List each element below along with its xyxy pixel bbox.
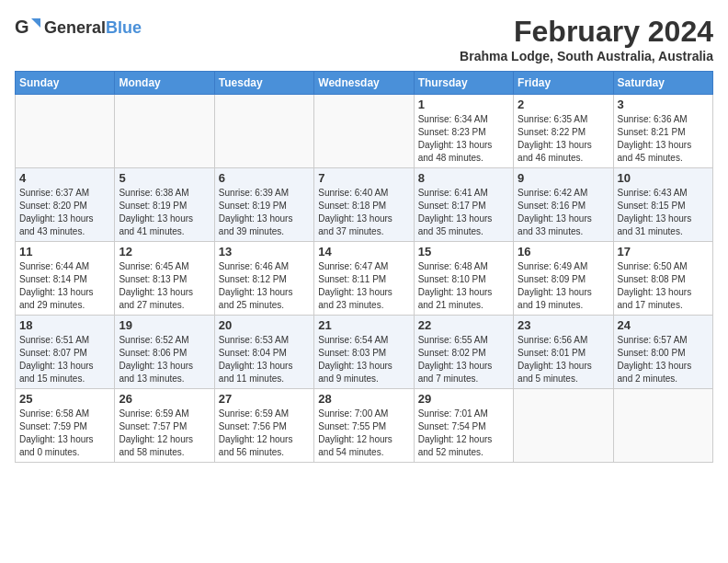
calendar-cell: 6Sunrise: 6:39 AMSunset: 8:19 PMDaylight… [214, 168, 313, 242]
cell-day-number: 22 [418, 318, 509, 332]
cell-info: Sunrise: 6:52 AMSunset: 8:06 PMDaylight:… [119, 334, 210, 385]
cell-day-number: 18 [19, 318, 110, 332]
calendar-week-row: 25Sunrise: 6:58 AMSunset: 7:59 PMDayligh… [16, 389, 713, 463]
cell-info: Sunrise: 6:42 AMSunset: 8:16 PMDaylight:… [518, 187, 609, 238]
calendar-cell: 11Sunrise: 6:44 AMSunset: 8:14 PMDayligh… [16, 242, 115, 316]
cell-day-number: 7 [318, 171, 409, 185]
calendar-cell: 2Sunrise: 6:35 AMSunset: 8:22 PMDaylight… [514, 95, 613, 168]
weekday-header-wednesday: Wednesday [314, 72, 414, 95]
cell-day-number: 15 [418, 245, 509, 259]
cell-info: Sunrise: 6:43 AMSunset: 8:15 PMDaylight:… [618, 187, 709, 238]
cell-info: Sunrise: 6:59 AMSunset: 7:56 PMDaylight:… [219, 408, 310, 459]
logo: G GeneralBlue [15, 15, 142, 40]
cell-day-number: 6 [219, 171, 310, 185]
cell-info: Sunrise: 6:50 AMSunset: 8:08 PMDaylight:… [618, 260, 709, 312]
calendar-cell [16, 95, 115, 168]
calendar-cell [514, 389, 613, 463]
cell-info: Sunrise: 6:40 AMSunset: 8:18 PMDaylight:… [318, 187, 409, 238]
calendar-cell: 3Sunrise: 6:36 AMSunset: 8:21 PMDaylight… [613, 95, 712, 168]
cell-info: Sunrise: 6:46 AMSunset: 8:12 PMDaylight:… [219, 260, 310, 312]
cell-info: Sunrise: 6:39 AMSunset: 8:19 PMDaylight:… [219, 187, 310, 238]
cell-info: Sunrise: 6:45 AMSunset: 8:13 PMDaylight:… [119, 260, 210, 312]
calendar-cell: 4Sunrise: 6:37 AMSunset: 8:20 PMDaylight… [16, 168, 115, 242]
cell-info: Sunrise: 6:56 AMSunset: 8:01 PMDaylight:… [518, 334, 609, 385]
calendar-cell: 9Sunrise: 6:42 AMSunset: 8:16 PMDaylight… [514, 168, 613, 242]
weekday-header-row: SundayMondayTuesdayWednesdayThursdayFrid… [16, 72, 713, 95]
cell-info: Sunrise: 6:53 AMSunset: 8:04 PMDaylight:… [219, 334, 310, 385]
cell-info: Sunrise: 7:01 AMSunset: 7:54 PMDaylight:… [418, 408, 509, 459]
cell-day-number: 24 [618, 318, 709, 332]
calendar-cell [314, 95, 414, 168]
calendar-cell: 14Sunrise: 6:47 AMSunset: 8:11 PMDayligh… [314, 242, 414, 316]
cell-day-number: 29 [418, 392, 509, 406]
cell-info: Sunrise: 6:37 AMSunset: 8:20 PMDaylight:… [19, 187, 110, 238]
calendar-cell: 21Sunrise: 6:54 AMSunset: 8:03 PMDayligh… [314, 316, 414, 389]
calendar-cell: 17Sunrise: 6:50 AMSunset: 8:08 PMDayligh… [613, 242, 712, 316]
cell-day-number: 1 [418, 98, 509, 111]
cell-info: Sunrise: 6:54 AMSunset: 8:03 PMDaylight:… [318, 334, 409, 385]
calendar-week-row: 4Sunrise: 6:37 AMSunset: 8:20 PMDaylight… [16, 168, 713, 242]
location-title: Brahma Lodge, South Australia, Australia [460, 49, 713, 63]
calendar-cell: 26Sunrise: 6:59 AMSunset: 7:57 PMDayligh… [115, 389, 214, 463]
cell-day-number: 13 [219, 245, 310, 259]
svg-marker-1 [31, 18, 40, 28]
calendar-cell: 25Sunrise: 6:58 AMSunset: 7:59 PMDayligh… [16, 389, 115, 463]
cell-day-number: 2 [518, 98, 609, 111]
cell-info: Sunrise: 6:51 AMSunset: 8:07 PMDaylight:… [19, 334, 110, 385]
calendar-cell: 22Sunrise: 6:55 AMSunset: 8:02 PMDayligh… [414, 316, 513, 389]
cell-info: Sunrise: 6:44 AMSunset: 8:14 PMDaylight:… [19, 260, 110, 312]
cell-day-number: 5 [119, 171, 210, 185]
calendar-cell: 29Sunrise: 7:01 AMSunset: 7:54 PMDayligh… [414, 389, 513, 463]
cell-day-number: 21 [318, 318, 409, 332]
calendar-cell: 1Sunrise: 6:34 AMSunset: 8:23 PMDaylight… [414, 95, 513, 168]
calendar-cell: 20Sunrise: 6:53 AMSunset: 8:04 PMDayligh… [214, 316, 313, 389]
calendar-week-row: 18Sunrise: 6:51 AMSunset: 8:07 PMDayligh… [16, 316, 713, 389]
cell-info: Sunrise: 7:00 AMSunset: 7:55 PMDaylight:… [318, 408, 409, 459]
cell-day-number: 8 [418, 171, 509, 185]
calendar-cell: 7Sunrise: 6:40 AMSunset: 8:18 PMDaylight… [314, 168, 414, 242]
cell-day-number: 17 [618, 245, 709, 259]
calendar-cell [115, 95, 214, 168]
calendar-table: SundayMondayTuesdayWednesdayThursdayFrid… [15, 71, 713, 463]
cell-day-number: 20 [219, 318, 310, 332]
cell-day-number: 23 [518, 318, 609, 332]
cell-info: Sunrise: 6:48 AMSunset: 8:10 PMDaylight:… [418, 260, 509, 312]
weekday-header-thursday: Thursday [414, 72, 513, 95]
calendar-cell: 16Sunrise: 6:49 AMSunset: 8:09 PMDayligh… [514, 242, 613, 316]
cell-info: Sunrise: 6:55 AMSunset: 8:02 PMDaylight:… [418, 334, 509, 385]
cell-info: Sunrise: 6:59 AMSunset: 7:57 PMDaylight:… [119, 408, 210, 459]
cell-info: Sunrise: 6:58 AMSunset: 7:59 PMDaylight:… [19, 408, 110, 459]
calendar-cell: 19Sunrise: 6:52 AMSunset: 8:06 PMDayligh… [115, 316, 214, 389]
calendar-cell: 12Sunrise: 6:45 AMSunset: 8:13 PMDayligh… [115, 242, 214, 316]
cell-day-number: 12 [119, 245, 210, 259]
calendar-cell: 27Sunrise: 6:59 AMSunset: 7:56 PMDayligh… [214, 389, 313, 463]
calendar-cell: 10Sunrise: 6:43 AMSunset: 8:15 PMDayligh… [613, 168, 712, 242]
calendar-cell: 5Sunrise: 6:38 AMSunset: 8:19 PMDaylight… [115, 168, 214, 242]
title-area: February 2024 Brahma Lodge, South Austra… [460, 15, 713, 63]
cell-info: Sunrise: 6:34 AMSunset: 8:23 PMDaylight:… [418, 113, 509, 165]
cell-info: Sunrise: 6:36 AMSunset: 8:21 PMDaylight:… [618, 113, 709, 165]
cell-day-number: 26 [119, 392, 210, 406]
cell-day-number: 11 [19, 245, 110, 259]
calendar-cell [613, 389, 712, 463]
calendar-cell: 23Sunrise: 6:56 AMSunset: 8:01 PMDayligh… [514, 316, 613, 389]
calendar-cell: 24Sunrise: 6:57 AMSunset: 8:00 PMDayligh… [613, 316, 712, 389]
weekday-header-saturday: Saturday [613, 72, 712, 95]
cell-day-number: 9 [518, 171, 609, 185]
calendar-cell [214, 95, 313, 168]
month-title: February 2024 [460, 15, 713, 49]
logo-icon: G [15, 15, 40, 40]
cell-info: Sunrise: 6:41 AMSunset: 8:17 PMDaylight:… [418, 187, 509, 238]
cell-info: Sunrise: 6:38 AMSunset: 8:19 PMDaylight:… [119, 187, 210, 238]
page-header: G GeneralBlue February 2024 Brahma Lodge… [15, 15, 713, 63]
calendar-cell: 28Sunrise: 7:00 AMSunset: 7:55 PMDayligh… [314, 389, 414, 463]
cell-day-number: 16 [518, 245, 609, 259]
cell-info: Sunrise: 6:35 AMSunset: 8:22 PMDaylight:… [518, 113, 609, 165]
cell-day-number: 27 [219, 392, 310, 406]
calendar-cell: 15Sunrise: 6:48 AMSunset: 8:10 PMDayligh… [414, 242, 513, 316]
calendar-week-row: 1Sunrise: 6:34 AMSunset: 8:23 PMDaylight… [16, 95, 713, 168]
weekday-header-tuesday: Tuesday [214, 72, 313, 95]
cell-day-number: 10 [618, 171, 709, 185]
weekday-header-sunday: Sunday [16, 72, 115, 95]
svg-text:G: G [15, 17, 29, 37]
